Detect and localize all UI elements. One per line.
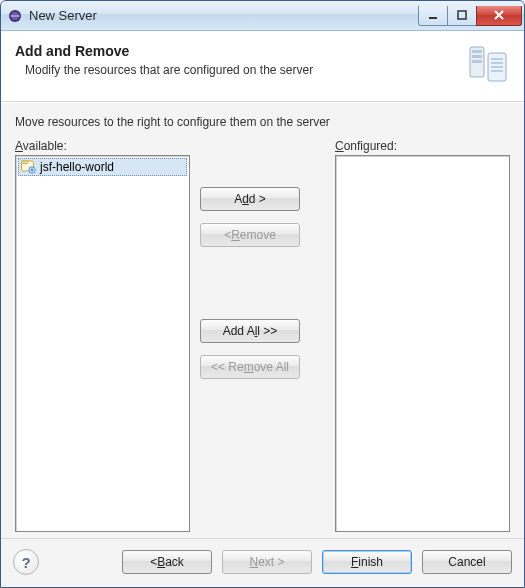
- banner-icon: [460, 43, 510, 87]
- maximize-button[interactable]: [447, 6, 477, 26]
- remove-button: < Remove: [200, 223, 300, 247]
- app-icon: [7, 8, 23, 24]
- banner-heading: Add and Remove: [15, 43, 460, 59]
- configured-listbox[interactable]: [335, 155, 510, 532]
- remove-all-button: << Remove All: [200, 355, 300, 379]
- available-column: Available: jsf-hello-world: [15, 139, 190, 532]
- project-icon: [20, 158, 36, 177]
- add-all-button[interactable]: Add All >>: [200, 319, 300, 343]
- available-listbox[interactable]: jsf-hello-world: [15, 155, 190, 532]
- configured-column: Configured:: [335, 139, 510, 532]
- svg-rect-3: [429, 17, 437, 19]
- instruction-text: Move resources to the right to configure…: [15, 115, 510, 129]
- configured-label: Configured:: [335, 139, 510, 153]
- window-title: New Server: [29, 8, 419, 23]
- list-item-label: jsf-hello-world: [40, 160, 114, 174]
- content-area: Move resources to the right to configure…: [1, 102, 524, 538]
- svg-rect-8: [472, 60, 482, 63]
- svg-rect-4: [458, 11, 466, 19]
- svg-point-17: [31, 168, 34, 171]
- svg-rect-7: [472, 55, 482, 58]
- help-button[interactable]: ?: [13, 549, 39, 575]
- cancel-button[interactable]: Cancel: [422, 550, 512, 574]
- finish-button[interactable]: Finish: [322, 550, 412, 574]
- transfer-buttons: Add > < Remove Add All >> << Remove All: [190, 139, 310, 532]
- close-button[interactable]: [476, 6, 522, 26]
- window-buttons: [419, 6, 522, 26]
- available-label: Available:: [15, 139, 190, 153]
- minimize-button[interactable]: [418, 6, 448, 26]
- add-button[interactable]: Add >: [200, 187, 300, 211]
- footer: ? < Back Next > Finish Cancel: [1, 538, 524, 587]
- titlebar[interactable]: New Server: [1, 1, 524, 31]
- back-button[interactable]: < Back: [122, 550, 212, 574]
- svg-rect-2: [11, 15, 20, 16]
- banner-subheading: Modify the resources that are configured…: [25, 63, 460, 77]
- svg-rect-15: [22, 161, 28, 164]
- next-button: Next >: [222, 550, 312, 574]
- svg-rect-6: [472, 50, 482, 53]
- list-item[interactable]: jsf-hello-world: [18, 158, 187, 176]
- wizard-banner: Add and Remove Modify the resources that…: [1, 31, 524, 102]
- dialog-window: New Server Add and Remove Modify the res…: [0, 0, 525, 588]
